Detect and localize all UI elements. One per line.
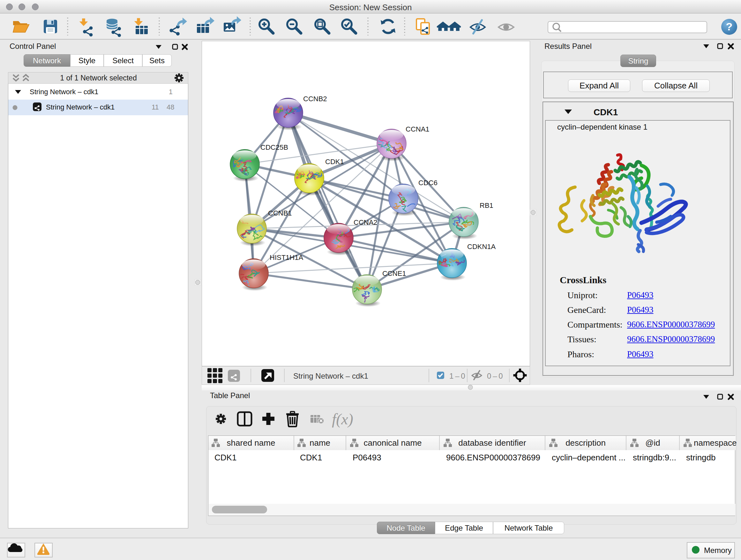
svg-text:f(x): f(x) <box>332 411 353 428</box>
svg-text:Memory: Memory <box>704 546 732 555</box>
